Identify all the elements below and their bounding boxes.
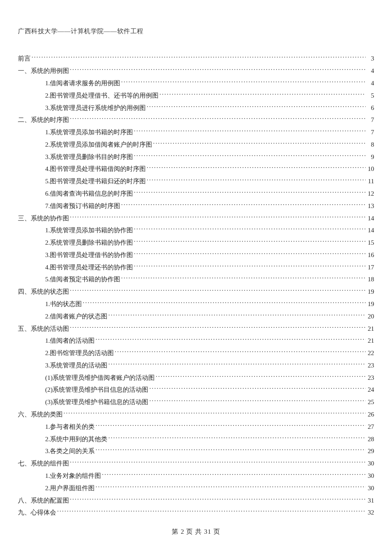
toc-entry-page: 23 — [366, 373, 374, 383]
page-header: 广西科技大学——计算机学院——软件工程 — [18, 27, 374, 35]
toc-entry-title: 1.业务对象的组件图 — [45, 471, 101, 481]
toc-entry[interactable]: 八、系统的配置图31 — [18, 494, 374, 506]
toc-entry[interactable]: 二、系统的时序图7 — [18, 114, 374, 126]
table-of-contents: 前言3一、系统的用例图41.借阅者请求服务的用例图42.图书管理员处理借书、还书… — [18, 52, 374, 519]
toc-entry-page: 7 — [366, 127, 374, 137]
toc-entry-title: (1)系统管理员维护借阅者账户的活动图 — [45, 373, 155, 383]
toc-entry[interactable]: 1.参与者相关的类27 — [18, 420, 374, 433]
toc-entry[interactable]: 4.图书管理员处理还书的协作图17 — [18, 261, 374, 273]
toc-entry-title: 7.借阅者预订书籍的时序图 — [45, 201, 120, 211]
toc-entry[interactable]: 3.系统管理员的活动图23 — [18, 359, 374, 372]
toc-entry[interactable]: 5.图书管理员处理书籍归还的时序图11 — [18, 175, 374, 188]
toc-entry[interactable]: 2.系统管理员添加借阅者账户的时序图8 — [18, 138, 374, 150]
toc-leader-dots — [70, 324, 366, 331]
toc-entry[interactable]: 3.各类之间的关系29 — [18, 445, 374, 457]
toc-entry-title: 九、心得体会 — [18, 507, 56, 517]
toc-entry[interactable]: 1.借阅者的活动图21 — [18, 335, 374, 347]
toc-entry-page: 29 — [366, 446, 374, 456]
toc-leader-dots — [70, 116, 366, 122]
toc-entry[interactable]: 2.借阅者账户的状态图20 — [18, 310, 374, 322]
toc-entry[interactable]: 1.书的状态图19 — [18, 298, 374, 310]
toc-entry-page: 30 — [366, 471, 374, 481]
toc-entry[interactable]: 2.图书馆管理员的活动图22 — [18, 347, 374, 359]
toc-entry[interactable]: (2)系统管理员维护书目信息的活动图24 — [18, 384, 374, 396]
toc-entry-page: 30 — [366, 458, 374, 468]
toc-entry-page: 4 — [366, 78, 374, 88]
toc-entry[interactable]: (3)系统管理员维护书籍信息的活动图25 — [18, 396, 374, 408]
toc-entry[interactable]: 九、心得体会32 — [18, 506, 374, 519]
toc-entry-title: 2.用户界面组件图 — [45, 483, 95, 493]
toc-entry[interactable]: 5.借阅者预定书籍的协作图18 — [18, 273, 374, 286]
toc-leader-dots — [121, 275, 366, 281]
toc-entry[interactable]: 4.图书管理员处理书籍借阅的时序图10 — [18, 163, 374, 175]
toc-entry-title: 1.书的状态图 — [45, 299, 82, 309]
toc-entry[interactable]: 3.系统管理员删除书目的时序图9 — [18, 150, 374, 163]
toc-entry-page: 10 — [366, 164, 374, 174]
toc-entry[interactable]: 3.图书管理员处理借书的协作图16 — [18, 249, 374, 261]
toc-entry[interactable]: 四、系统的状态图19 — [18, 286, 374, 298]
toc-entry-title: 六、系统的类图 — [18, 409, 63, 419]
document-page: 广西科技大学——计算机学院——软件工程 前言3一、系统的用例图41.借阅者请求服… — [0, 0, 392, 544]
toc-entry[interactable]: (1)系统管理员维护借阅者账户的活动图23 — [18, 371, 374, 384]
toc-entry-page: 27 — [366, 422, 374, 432]
toc-entry-page: 25 — [366, 397, 374, 407]
toc-entry-title: 2.系统中用到的其他类 — [45, 434, 107, 444]
toc-leader-dots — [70, 66, 366, 73]
toc-leader-dots — [57, 508, 366, 515]
toc-entry[interactable]: 1.业务对象的组件图30 — [18, 470, 374, 482]
toc-leader-dots — [70, 287, 366, 294]
toc-entry-page: 14 — [366, 213, 374, 223]
toc-entry-title: 2.图书管理员处理借书、还书等的用例图 — [45, 90, 159, 101]
toc-entry[interactable]: 五、系统的活动图21 — [18, 322, 374, 335]
toc-leader-dots — [134, 238, 366, 245]
toc-entry-page: 26 — [366, 409, 374, 419]
toc-entry-title: 6.借阅者查询书籍信息的时序图 — [45, 188, 133, 199]
toc-leader-dots — [134, 128, 366, 134]
toc-leader-dots — [108, 361, 366, 367]
toc-entry[interactable]: 六、系统的类图26 — [18, 408, 374, 421]
toc-leader-dots — [134, 263, 366, 269]
toc-leader-dots — [147, 165, 366, 171]
toc-entry[interactable]: 前言3 — [18, 52, 374, 65]
toc-entry-page: 11 — [366, 176, 374, 186]
toc-entry-page: 21 — [366, 335, 374, 346]
toc-entry[interactable]: 2.用户界面组件图30 — [18, 482, 374, 494]
toc-entry[interactable]: 2.系统中用到的其他类28 — [18, 433, 374, 445]
toc-entry[interactable]: 1.借阅者请求服务的用例图4 — [18, 77, 374, 90]
toc-leader-dots — [95, 422, 366, 429]
toc-leader-dots — [70, 459, 366, 465]
toc-entry-title: 一、系统的用例图 — [18, 66, 69, 76]
toc-entry[interactable]: 2.系统管理员删除书籍的协作图15 — [18, 237, 374, 249]
toc-entry-title: 3.系统管理员进行系统维护的用例图 — [45, 103, 146, 113]
toc-entry[interactable]: 7.借阅者预订书籍的时序图13 — [18, 199, 374, 212]
toc-entry-page: 22 — [366, 348, 374, 358]
toc-leader-dots — [134, 251, 366, 257]
toc-entry-title: 1.参与者相关的类 — [45, 422, 95, 432]
toc-entry-title: 3.系统管理员的活动图 — [45, 360, 107, 370]
toc-entry-page: 6 — [366, 103, 374, 113]
toc-entry[interactable]: 6.借阅者查询书籍信息的时序图12 — [18, 188, 374, 200]
toc-entry[interactable]: 1.系统管理员添加书籍的时序图7 — [18, 126, 374, 139]
toc-entry[interactable]: 3.系统管理员进行系统维护的用例图6 — [18, 101, 374, 114]
toc-entry[interactable]: 1.系统管理员添加书籍的协作图14 — [18, 224, 374, 237]
toc-entry-title: 3.图书管理员处理借书的协作图 — [45, 250, 133, 260]
page-footer: 第 2 页 共 31 页 — [0, 528, 392, 536]
toc-entry-title: 2.系统管理员删除书籍的协作图 — [45, 237, 133, 248]
toc-entry-page: 9 — [366, 152, 374, 162]
toc-leader-dots — [134, 153, 366, 159]
toc-entry-title: (3)系统管理员维护书籍信息的活动图 — [45, 397, 149, 407]
toc-leader-dots — [159, 91, 366, 98]
toc-entry-title: 4.图书管理员处理书籍借阅的时序图 — [45, 164, 146, 174]
toc-entry[interactable]: 2.图书管理员处理借书、还书等的用例图5 — [18, 89, 374, 101]
toc-entry-page: 3 — [366, 53, 374, 64]
toc-entry[interactable]: 三、系统的协作图14 — [18, 212, 374, 224]
toc-entry-title: 5.图书管理员处理书籍归还的时序图 — [45, 176, 146, 186]
toc-leader-dots — [32, 54, 366, 61]
toc-entry[interactable]: 一、系统的用例图4 — [18, 65, 374, 77]
toc-entry[interactable]: 七、系统的组件图30 — [18, 457, 374, 470]
toc-entry-page: 23 — [366, 360, 374, 370]
toc-entry-title: 5.借阅者预定书籍的协作图 — [45, 274, 120, 284]
toc-entry-title: 3.各类之间的关系 — [45, 446, 95, 456]
toc-entry-title: 2.借阅者账户的状态图 — [45, 311, 107, 321]
toc-entry-page: 5 — [366, 90, 374, 101]
